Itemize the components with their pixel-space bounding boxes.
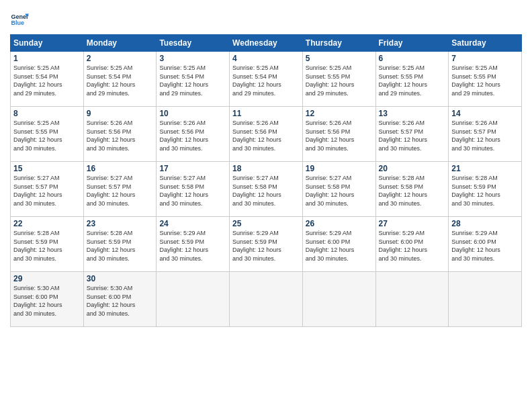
weekday-header: Saturday — [449, 35, 522, 52]
day-info: Sunrise: 5:28 AM Sunset: 5:59 PM Dayligh… — [13, 229, 81, 263]
day-number: 18 — [232, 164, 300, 173]
day-number: 17 — [159, 164, 226, 173]
calendar-day-cell: 11Sunrise: 5:26 AM Sunset: 5:56 PM Dayli… — [230, 107, 303, 162]
day-number: 20 — [379, 164, 446, 173]
calendar-day-cell: 3Sunrise: 5:25 AM Sunset: 5:54 PM Daylig… — [157, 52, 230, 107]
day-number: 30 — [87, 274, 154, 283]
day-number: 27 — [379, 219, 446, 228]
calendar-day-cell: 6Sunrise: 5:25 AM Sunset: 5:55 PM Daylig… — [375, 52, 449, 107]
calendar-day-cell: 15Sunrise: 5:27 AM Sunset: 5:57 PM Dayli… — [11, 162, 84, 217]
calendar-day-cell: 28Sunrise: 5:29 AM Sunset: 6:00 PM Dayli… — [449, 217, 522, 272]
day-number: 11 — [232, 109, 300, 118]
calendar-week-row: 1Sunrise: 5:25 AM Sunset: 5:54 PM Daylig… — [11, 52, 522, 107]
day-info: Sunrise: 5:27 AM Sunset: 5:57 PM Dayligh… — [13, 174, 81, 208]
calendar-day-cell: 26Sunrise: 5:29 AM Sunset: 6:00 PM Dayli… — [302, 217, 375, 272]
day-info: Sunrise: 5:27 AM Sunset: 5:58 PM Dayligh… — [232, 174, 300, 208]
day-info: Sunrise: 5:26 AM Sunset: 5:56 PM Dayligh… — [159, 119, 226, 152]
calendar-day-cell: 5Sunrise: 5:25 AM Sunset: 5:55 PM Daylig… — [302, 52, 375, 107]
day-info: Sunrise: 5:25 AM Sunset: 5:54 PM Dayligh… — [232, 64, 300, 97]
calendar-day-cell: 20Sunrise: 5:28 AM Sunset: 5:58 PM Dayli… — [375, 162, 449, 217]
day-number: 22 — [13, 219, 81, 228]
day-number: 25 — [232, 219, 300, 228]
calendar-header-row: SundayMondayTuesdayWednesdayThursdayFrid… — [11, 35, 522, 52]
day-info: Sunrise: 5:28 AM Sunset: 5:58 PM Dayligh… — [379, 174, 446, 208]
day-info: Sunrise: 5:25 AM Sunset: 5:54 PM Dayligh… — [159, 64, 226, 97]
day-number: 9 — [87, 109, 154, 118]
day-info: Sunrise: 5:25 AM Sunset: 5:55 PM Dayligh… — [306, 64, 373, 97]
calendar-day-cell — [375, 272, 449, 327]
calendar-day-cell — [157, 272, 230, 327]
weekday-header: Monday — [83, 35, 157, 52]
day-info: Sunrise: 5:27 AM Sunset: 5:58 PM Dayligh… — [159, 174, 226, 208]
day-info: Sunrise: 5:26 AM Sunset: 5:56 PM Dayligh… — [306, 119, 373, 152]
day-info: Sunrise: 5:25 AM Sunset: 5:55 PM Dayligh… — [13, 119, 81, 152]
calendar-day-cell: 13Sunrise: 5:26 AM Sunset: 5:57 PM Dayli… — [375, 107, 449, 162]
day-info: Sunrise: 5:29 AM Sunset: 6:00 PM Dayligh… — [306, 229, 373, 263]
calendar-day-cell — [230, 272, 303, 327]
day-number: 13 — [379, 109, 446, 118]
calendar-day-cell: 14Sunrise: 5:26 AM Sunset: 5:57 PM Dayli… — [449, 107, 522, 162]
day-info: Sunrise: 5:28 AM Sunset: 5:59 PM Dayligh… — [451, 174, 519, 208]
calendar-week-row: 15Sunrise: 5:27 AM Sunset: 5:57 PM Dayli… — [11, 162, 522, 217]
calendar-day-cell: 17Sunrise: 5:27 AM Sunset: 5:58 PM Dayli… — [157, 162, 230, 217]
weekday-header: Wednesday — [230, 35, 303, 52]
day-info: Sunrise: 5:26 AM Sunset: 5:57 PM Dayligh… — [379, 119, 446, 152]
day-number: 29 — [13, 274, 81, 283]
calendar-week-row: 8Sunrise: 5:25 AM Sunset: 5:55 PM Daylig… — [11, 107, 522, 162]
day-info: Sunrise: 5:27 AM Sunset: 5:57 PM Dayligh… — [87, 174, 154, 208]
day-info: Sunrise: 5:27 AM Sunset: 5:58 PM Dayligh… — [306, 174, 373, 208]
calendar-day-cell: 1Sunrise: 5:25 AM Sunset: 5:54 PM Daylig… — [11, 52, 84, 107]
calendar-day-cell: 24Sunrise: 5:29 AM Sunset: 5:59 PM Dayli… — [157, 217, 230, 272]
calendar-table: SundayMondayTuesdayWednesdayThursdayFrid… — [10, 34, 522, 327]
day-number: 24 — [159, 219, 226, 228]
day-number: 14 — [451, 109, 519, 118]
calendar-week-row: 29Sunrise: 5:30 AM Sunset: 6:00 PM Dayli… — [11, 272, 522, 327]
day-info: Sunrise: 5:26 AM Sunset: 5:56 PM Dayligh… — [232, 119, 300, 152]
day-info: Sunrise: 5:26 AM Sunset: 5:56 PM Dayligh… — [87, 119, 154, 152]
day-info: Sunrise: 5:26 AM Sunset: 5:57 PM Dayligh… — [451, 119, 519, 152]
day-info: Sunrise: 5:28 AM Sunset: 5:59 PM Dayligh… — [87, 229, 154, 263]
calendar-day-cell: 2Sunrise: 5:25 AM Sunset: 5:54 PM Daylig… — [83, 52, 157, 107]
svg-text:Blue: Blue — [11, 19, 24, 26]
day-info: Sunrise: 5:29 AM Sunset: 6:00 PM Dayligh… — [379, 229, 446, 263]
day-number: 19 — [306, 164, 373, 173]
day-info: Sunrise: 5:25 AM Sunset: 5:55 PM Dayligh… — [451, 64, 519, 97]
calendar-day-cell: 22Sunrise: 5:28 AM Sunset: 5:59 PM Dayli… — [11, 217, 84, 272]
day-number: 28 — [451, 219, 519, 228]
day-info: Sunrise: 5:29 AM Sunset: 5:59 PM Dayligh… — [232, 229, 300, 263]
calendar-day-cell: 27Sunrise: 5:29 AM Sunset: 6:00 PM Dayli… — [375, 217, 449, 272]
day-info: Sunrise: 5:25 AM Sunset: 5:54 PM Dayligh… — [13, 64, 81, 97]
day-info: Sunrise: 5:30 AM Sunset: 6:00 PM Dayligh… — [13, 284, 81, 318]
day-info: Sunrise: 5:29 AM Sunset: 6:00 PM Dayligh… — [451, 229, 519, 263]
day-info: Sunrise: 5:29 AM Sunset: 5:59 PM Dayligh… — [159, 229, 226, 263]
calendar-day-cell: 16Sunrise: 5:27 AM Sunset: 5:57 PM Dayli… — [83, 162, 157, 217]
weekday-header: Tuesday — [157, 35, 230, 52]
day-number: 8 — [13, 109, 81, 118]
day-number: 26 — [306, 219, 373, 228]
day-info: Sunrise: 5:25 AM Sunset: 5:55 PM Dayligh… — [379, 64, 446, 97]
calendar-day-cell: 7Sunrise: 5:25 AM Sunset: 5:55 PM Daylig… — [449, 52, 522, 107]
calendar-day-cell — [449, 272, 522, 327]
calendar-day-cell — [302, 272, 375, 327]
header: General Blue — [10, 10, 522, 29]
calendar-day-cell: 23Sunrise: 5:28 AM Sunset: 5:59 PM Dayli… — [83, 217, 157, 272]
calendar-week-row: 22Sunrise: 5:28 AM Sunset: 5:59 PM Dayli… — [11, 217, 522, 272]
calendar-day-cell: 29Sunrise: 5:30 AM Sunset: 6:00 PM Dayli… — [11, 272, 84, 327]
calendar-day-cell: 21Sunrise: 5:28 AM Sunset: 5:59 PM Dayli… — [449, 162, 522, 217]
day-number: 21 — [451, 164, 519, 173]
weekday-header: Sunday — [11, 35, 84, 52]
day-info: Sunrise: 5:25 AM Sunset: 5:54 PM Dayligh… — [87, 64, 154, 97]
day-number: 5 — [306, 54, 373, 63]
calendar-day-cell: 30Sunrise: 5:30 AM Sunset: 6:00 PM Dayli… — [83, 272, 157, 327]
day-number: 16 — [87, 164, 154, 173]
calendar-day-cell: 19Sunrise: 5:27 AM Sunset: 5:58 PM Dayli… — [302, 162, 375, 217]
day-number: 15 — [13, 164, 81, 173]
day-number: 10 — [159, 109, 226, 118]
calendar-day-cell: 25Sunrise: 5:29 AM Sunset: 5:59 PM Dayli… — [230, 217, 303, 272]
weekday-header: Thursday — [302, 35, 375, 52]
day-number: 6 — [379, 54, 446, 63]
calendar-day-cell: 8Sunrise: 5:25 AM Sunset: 5:55 PM Daylig… — [11, 107, 84, 162]
day-number: 1 — [13, 54, 81, 63]
calendar-day-cell: 9Sunrise: 5:26 AM Sunset: 5:56 PM Daylig… — [83, 107, 157, 162]
calendar-page: General Blue SundayMondayTuesdayWednesda… — [0, 0, 532, 411]
